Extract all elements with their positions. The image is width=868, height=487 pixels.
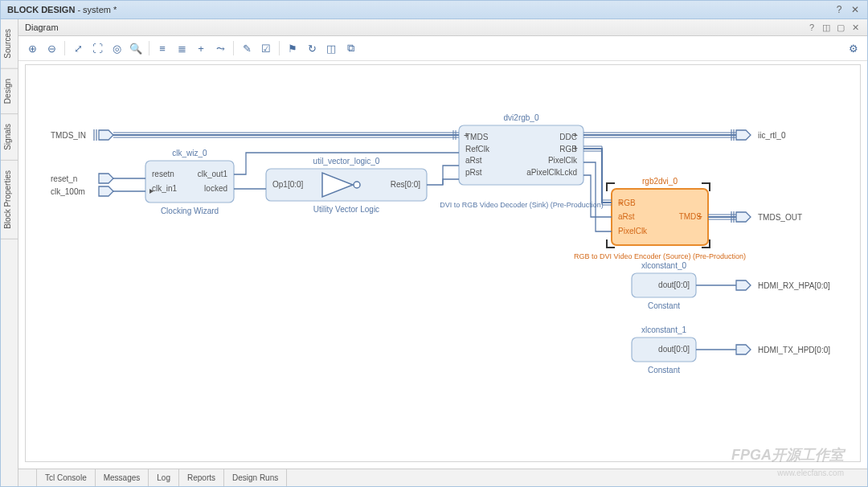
watermark-url: www.elecfans.com — [777, 469, 844, 477]
run-connection-icon[interactable]: ⤳ — [211, 39, 229, 57]
snapshot-icon[interactable]: ◫ — [322, 39, 340, 57]
diagram-canvas[interactable]: TMDS_INreset_nclk_100mclk_wiz_0resetnclk… — [18, 61, 867, 469]
svg-text:DVI to RGB Video Decoder (Sink: DVI to RGB Video Decoder (Sink) (Pre-Pro… — [440, 201, 603, 209]
diagram-panel-title: Diagram — [25, 23, 59, 32]
svg-text:+: + — [464, 130, 469, 140]
zoom-area-icon[interactable]: ⛶ — [88, 39, 106, 57]
svg-point-22 — [354, 182, 360, 188]
diagram-toolbar: ⊕ ⊖ ⤢ ⛶ ◎ 🔍 ≡ ≣ + ⤳ ✎ ☑ ⚑ ↻ ◫ ⧉ ⚙ — [18, 36, 867, 61]
sidebar-tab-design[interactable]: Design — [1, 69, 18, 114]
svg-text:dout[0:0]: dout[0:0] — [658, 280, 690, 289]
svg-text:clk_in1: clk_in1 — [152, 184, 178, 193]
window-titlebar: BLOCK DESIGN - system * ? ✕ — [1, 1, 867, 19]
tab-reports[interactable]: Reports — [179, 469, 224, 486]
zoom-in-icon[interactable]: ⊕ — [23, 39, 41, 57]
svg-text:RefClk: RefClk — [465, 145, 490, 153]
svg-rect-9 — [145, 161, 234, 203]
sidebar-tab-sources[interactable]: Sources — [1, 19, 18, 69]
validate-icon[interactable]: ☑ — [257, 39, 275, 57]
window-title: BLOCK DESIGN - system * — [7, 5, 117, 14]
svg-text:RGB to DVI Video Encoder (Sour: RGB to DVI Video Encoder (Source) (Pre-P… — [574, 252, 746, 260]
svg-text:PixelClk: PixelClk — [618, 227, 648, 235]
svg-text:+: + — [618, 198, 623, 207]
svg-text:Op1[0:0]: Op1[0:0] — [272, 180, 304, 189]
add-ip-icon[interactable]: + — [192, 39, 210, 57]
svg-text:Constant: Constant — [648, 301, 680, 310]
panel-max-icon[interactable]: ▢ — [835, 22, 846, 33]
svg-text:clk_out1: clk_out1 — [198, 170, 228, 178]
svg-text:aPixelClkLckd: aPixelClkLckd — [526, 168, 577, 177]
search-icon[interactable]: 🔍 — [127, 39, 145, 57]
svg-text:aRst: aRst — [618, 212, 635, 221]
sidebar-tab-signals[interactable]: Signals — [1, 114, 18, 161]
svg-text:Clocking Wizard: Clocking Wizard — [161, 207, 219, 215]
watermark-text: FPGA开源工作室 — [731, 445, 844, 464]
svg-text:pRst: pRst — [465, 168, 482, 177]
svg-text:xlconstant_1: xlconstant_1 — [641, 325, 687, 334]
tab-tcl-console[interactable]: Tcl Console — [36, 469, 96, 486]
close-icon[interactable]: ✕ — [850, 4, 861, 15]
run-auto-icon[interactable]: ⚑ — [284, 39, 301, 57]
svg-text:HDMI_TX_HPD[0:0]: HDMI_TX_HPD[0:0] — [758, 346, 830, 354]
svg-marker-56 — [736, 130, 751, 140]
bottom-tabs: Tcl Console Messages Log Reports Design … — [18, 469, 867, 486]
svg-marker-5 — [99, 174, 113, 183]
svg-marker-66 — [736, 345, 751, 354]
help-icon[interactable]: ? — [833, 4, 845, 15]
svg-text:+: + — [573, 143, 578, 153]
regenerate-layout-icon[interactable]: ◎ — [108, 39, 125, 57]
zoom-out-icon[interactable]: ⊖ — [43, 39, 60, 57]
svg-text:HDMI_RX_HPA[0:0]: HDMI_RX_HPA[0:0] — [758, 281, 830, 290]
refresh-icon[interactable]: ↻ — [303, 39, 321, 57]
svg-marker-1 — [99, 130, 113, 140]
zoom-fit-icon[interactable]: ⤢ — [69, 39, 87, 57]
settings-icon[interactable]: ⚙ — [845, 39, 862, 57]
panel-close-icon[interactable]: ✕ — [850, 22, 861, 33]
svg-text:rgb2dvi_0: rgb2dvi_0 — [642, 177, 678, 186]
settings-toolbar-icon[interactable]: ⧉ — [342, 39, 359, 57]
svg-text:PixelClk: PixelClk — [548, 156, 578, 165]
svg-text:util_vector_logic_0: util_vector_logic_0 — [313, 157, 380, 166]
svg-text:dvi2rgb_0: dvi2rgb_0 — [504, 113, 539, 122]
panel-help-icon[interactable]: ? — [806, 22, 817, 33]
svg-text:xlconstant_0: xlconstant_0 — [641, 261, 687, 270]
svg-marker-7 — [99, 186, 113, 196]
svg-text:Utility Vector Logic: Utility Vector Logic — [313, 205, 379, 214]
tab-messages[interactable]: Messages — [96, 469, 149, 486]
diagram-panel-header: Diagram ? ◫ ▢ ✕ — [18, 19, 867, 36]
tab-log[interactable]: Log — [149, 469, 179, 486]
svg-text:Res[0:0]: Res[0:0] — [391, 180, 420, 189]
svg-text:locked: locked — [204, 184, 227, 193]
show-list-icon[interactable]: ≡ — [154, 39, 171, 57]
svg-text:reset_n: reset_n — [51, 174, 77, 183]
svg-text:iic_rtl_0: iic_rtl_0 — [758, 131, 786, 140]
svg-text:+: + — [573, 130, 578, 140]
svg-text:TMDS_IN: TMDS_IN — [51, 131, 86, 140]
svg-text:Constant: Constant — [648, 366, 680, 374]
svg-text:resetn: resetn — [152, 170, 174, 178]
svg-marker-60 — [736, 212, 751, 222]
show-interfaces-icon[interactable]: ≣ — [173, 39, 190, 57]
auto-icon[interactable]: ✎ — [238, 39, 256, 57]
sidebar-tab-block-properties[interactable]: Block Properties — [1, 161, 18, 239]
svg-text:aRst: aRst — [465, 156, 482, 165]
panel-float-icon[interactable]: ◫ — [821, 22, 832, 33]
left-sidebar: Sources Design Signals Block Properties — [1, 19, 18, 486]
svg-marker-64 — [736, 280, 751, 290]
svg-text:clk_wiz_0: clk_wiz_0 — [172, 149, 207, 158]
svg-text:TMDS_OUT: TMDS_OUT — [758, 213, 802, 222]
svg-text:clk_100m: clk_100m — [51, 187, 85, 196]
tab-design-runs[interactable]: Design Runs — [224, 469, 287, 486]
svg-text:+: + — [698, 211, 702, 221]
svg-text:dout[0:0]: dout[0:0] — [658, 345, 690, 354]
